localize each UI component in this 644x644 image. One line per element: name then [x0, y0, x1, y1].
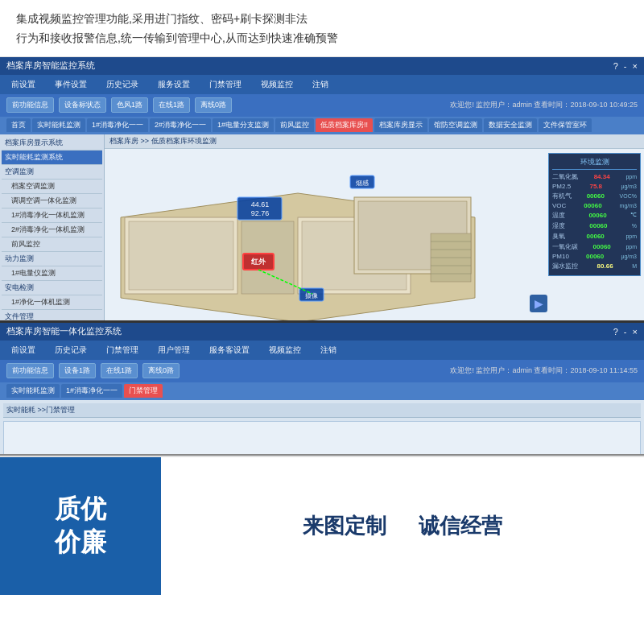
sys2-title: 档案库房智能一体化监控系统: [6, 325, 122, 337]
menu-item-settings[interactable]: 前设置: [6, 77, 40, 92]
sidebar-item-integrated-ac[interactable]: 调调空调一体化监测: [2, 194, 102, 208]
minimize-btn-2[interactable]: -: [624, 327, 627, 336]
sidebar-1: 档案库房显示系统 实时能耗监测系统 空调监测 档案空调监测 调调空调一体化监测 …: [0, 134, 105, 320]
tab-disinfect2[interactable]: 2#消毒净化一一: [150, 118, 211, 132]
env-pm25-unit: μg/m3: [621, 184, 637, 189]
menu-item-service[interactable]: 服务设置: [153, 77, 195, 92]
env-pm25-value: 75.8: [589, 183, 602, 190]
close-btn[interactable]: ×: [633, 61, 638, 71]
sidebar-item-power[interactable]: 动力监测: [2, 252, 102, 266]
menu2-user[interactable]: 用户管理: [153, 343, 195, 357]
floorplan-svg: 44.61 92.76 烟感 红外 摄像: [113, 153, 483, 320]
tb2-online[interactable]: 在线1路: [101, 363, 138, 378]
titlebar-1: 档案库房智能监控系统 ? - ×: [0, 57, 644, 75]
env-row-ozone: 臭氧 00060 ppm: [552, 232, 637, 241]
menu2-logout[interactable]: 注销: [316, 343, 341, 357]
menu-item-events[interactable]: 事件设置: [50, 77, 92, 92]
env-voc2-unit: mg/m3: [620, 203, 637, 208]
toolbar-1: 前功能信息 设备标状态 色风1路 在线1路 离线0路 欢迎您! 监控用户：adm…: [0, 94, 644, 117]
tb-func-info[interactable]: 前功能信息: [6, 97, 54, 113]
menubar-2: 前设置 历史记录 门禁管理 用户管理 服务客设置 视频监控 注销: [0, 341, 644, 360]
svg-text:44.61: 44.61: [251, 200, 270, 208]
tb-color-route[interactable]: 色风1路: [111, 97, 148, 113]
sidebar-item-archive-ac[interactable]: 档案空调监测: [2, 180, 102, 194]
env-voc-label: 有机气: [552, 192, 572, 200]
tb-offline[interactable]: 离线0路: [195, 97, 232, 113]
env-co-label: 一氧化碳: [552, 242, 578, 251]
intro-text-section: 集成视频监控管理功能,采用进门指纹、密码+刷卡探测非法 行为和接收报警信息,统一…: [0, 0, 644, 57]
env-temp-value: 00060: [588, 212, 606, 219]
menu-item-logout[interactable]: 注销: [308, 77, 333, 92]
menubar-1: 前设置 事件设置 历史记录 服务设置 门禁管理 视频监控 注销: [0, 75, 644, 94]
tab2-realtime[interactable]: 实时能耗监测: [6, 384, 60, 398]
promo-custom-text: 来图定制: [303, 514, 386, 538]
env-ozone-label: 臭氧: [552, 232, 565, 241]
tb-device-status[interactable]: 设备标状态: [59, 97, 106, 113]
tb-online[interactable]: 在线1路: [153, 97, 190, 113]
promo-custom: 来图定制: [303, 512, 386, 540]
menu2-history[interactable]: 历史记录: [50, 343, 92, 357]
env-co-value: 00060: [593, 243, 611, 250]
menu-item-history[interactable]: 历史记录: [101, 77, 143, 92]
menu2-service[interactable]: 服务客设置: [204, 343, 254, 357]
tab-power[interactable]: 1#电量分支监测: [213, 118, 274, 132]
tab-wind[interactable]: 前风监控: [275, 118, 314, 132]
tab2-disinfect[interactable]: 1#消毒净化一一: [61, 384, 122, 398]
tab-datasec[interactable]: 数据安全监测: [484, 118, 537, 132]
env-ozone-value: 00060: [587, 233, 605, 240]
menu2-video[interactable]: 视频监控: [264, 343, 306, 357]
env-panel: 环境监测 二氧化氮 84.34 ppm PM2.5 75.8 μg/m3: [548, 153, 641, 276]
env-co2-label: 二氧化氮: [552, 172, 578, 181]
env-row-co: 一氧化碳 00060 ppm: [552, 242, 637, 251]
env-voc-unit: VOC%: [620, 193, 637, 199]
tb2-func[interactable]: 前功能信息: [6, 363, 54, 378]
tab-file[interactable]: 文件保管室环: [539, 118, 592, 132]
sidebar-item-disinfect1[interactable]: 1#消毒净化一体机监测: [2, 208, 102, 223]
menu2-settings[interactable]: 前设置: [6, 343, 40, 357]
tab-archive[interactable]: 低质档案库房!!: [316, 118, 373, 132]
env-pm10-unit: μg/m3: [621, 254, 637, 259]
help-btn[interactable]: ?: [613, 61, 618, 71]
tab-ac[interactable]: 馆防空调监测: [429, 118, 482, 132]
close-btn-2[interactable]: ×: [633, 327, 638, 336]
env-row-voc: 有机气 00060 VOC%: [552, 192, 637, 200]
tb2-device[interactable]: 设备1路: [59, 363, 96, 378]
help-btn-2[interactable]: ?: [613, 327, 618, 336]
tab-display[interactable]: 档案库房显示: [374, 118, 427, 132]
env-temp-unit: ℃: [630, 212, 637, 218]
sidebar-item-power-meter[interactable]: 1#电量仪监测: [2, 266, 102, 281]
sidebar-item-wind[interactable]: 前风监控: [2, 237, 102, 252]
sys-window-2: 档案库房智能一体化监控系统 ? - × 前设置 历史记录 门禁管理 用户管理 服…: [0, 323, 644, 454]
tab-home[interactable]: 首页: [6, 118, 31, 132]
sidebar-item-display[interactable]: 档案库房显示系统: [2, 136, 102, 151]
minimize-btn[interactable]: -: [624, 61, 627, 71]
sidebar-item-filemanage[interactable]: 文件管理: [2, 310, 102, 320]
sidebar-item-electric[interactable]: 安电检测: [2, 281, 102, 295]
tab-disinfect1[interactable]: 1#消毒净化一一: [87, 118, 148, 132]
svg-text:红外: 红外: [250, 258, 266, 266]
intro-line1: 集成视频监控管理功能,采用进门指纹、密码+刷卡探测非法: [16, 10, 628, 29]
promo-left: 质优 价廉: [0, 457, 161, 595]
menu-item-door[interactable]: 门禁管理: [204, 77, 246, 92]
sys-body-1: 档案库房显示系统 实时能耗监测系统 空调监测 档案空调监测 调调空调一体化监测 …: [0, 134, 644, 320]
svg-text:92.76: 92.76: [251, 209, 270, 217]
menu2-door[interactable]: 门禁管理: [101, 343, 143, 357]
env-row-co2: 二氧化氮 84.34 ppm: [552, 172, 637, 181]
svg-rect-2: [129, 221, 233, 290]
menu-item-video[interactable]: 视频监控: [256, 77, 298, 92]
sidebar-item-realtime[interactable]: 实时能耗监测系统: [2, 151, 102, 165]
nav-tabs-2: 实时能耗监测 1#消毒净化一一 门禁管理: [0, 382, 644, 400]
env-row-pm10: PM10 00060 μg/m3: [552, 253, 637, 260]
env-co2-unit: ppm: [625, 174, 637, 180]
nav-tabs-1: 首页 实时能耗监测 1#消毒净化一一 2#消毒净化一一 1#电量分支监测 前风监…: [0, 117, 644, 134]
sidebar-item-ac[interactable]: 空调监测: [2, 165, 102, 180]
tab-realtime[interactable]: 实时能耗监测: [32, 118, 85, 132]
sidebar-item-purifier[interactable]: 1#净化一体机监测: [2, 295, 102, 310]
sidebar-item-disinfect2[interactable]: 2#消毒净化一体机监测: [2, 223, 102, 237]
tab2-door[interactable]: 门禁管理: [124, 384, 163, 398]
promo-line2: 价廉: [55, 526, 106, 559]
toolbar-info-2: 欢迎您! 监控用户：admin 查看时间：2018-09-10 11:14:55: [450, 365, 638, 376]
breadcrumb-1: 档案库房 >> 低质档案库环境监测: [105, 134, 644, 149]
tb2-offline[interactable]: 离线0路: [142, 363, 180, 378]
navigate-arrow[interactable]: ▶: [530, 295, 547, 312]
